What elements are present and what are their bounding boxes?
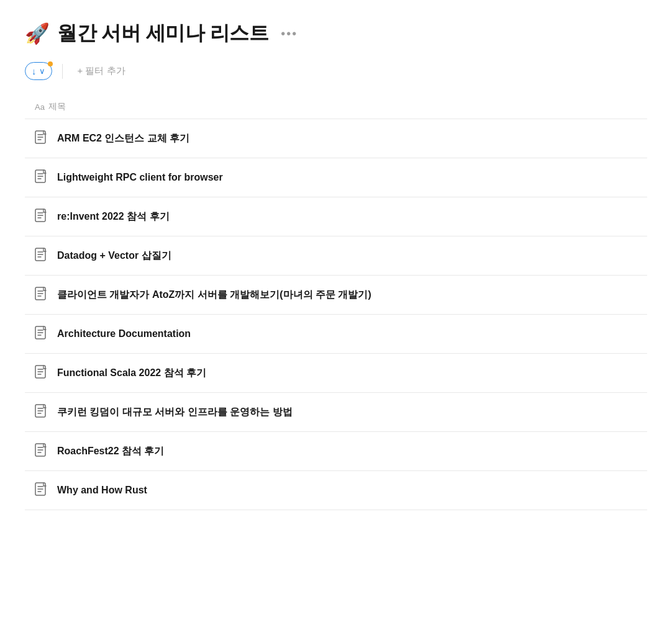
page-header: 🚀 월간 서버 세미나 리스트 ••• (25, 20, 647, 47)
sort-down-arrow-icon: ↓ (32, 66, 37, 76)
document-icon (35, 404, 48, 420)
item-title: Lightweight RPC client for browser (57, 171, 223, 184)
page-emoji: 🚀 (25, 22, 50, 45)
item-title: 쿠키런 킹덤이 대규모 서버와 인프라를 운영하는 방법 (57, 406, 293, 419)
list-item[interactable]: ARM EC2 인스턴스 교체 후기 (25, 119, 647, 158)
sort-button[interactable]: ↓ ∨ (25, 62, 52, 80)
list-item[interactable]: 클라이언트 개발자가 AtoZ까지 서버를 개발해보기(마녀의 주문 개발기) (25, 276, 647, 315)
document-icon (35, 209, 48, 225)
list-item[interactable]: RoachFest22 참석 후기 (25, 432, 647, 471)
more-options-icon[interactable]: ••• (276, 24, 302, 43)
list-item[interactable]: 쿠키런 킹덤이 대규모 서버와 인프라를 운영하는 방법 (25, 393, 647, 432)
list-item[interactable]: Datadog + Vector 삽질기 (25, 236, 647, 276)
page-title: 월간 서버 세미나 리스트 (57, 20, 268, 47)
list-item[interactable]: Functional Scala 2022 참석 후기 (25, 354, 647, 393)
list-item[interactable]: Architecture Documentation (25, 315, 647, 354)
title-column-icon: Aa (35, 102, 45, 112)
document-icon (35, 365, 48, 381)
document-icon (35, 482, 48, 498)
document-icon (35, 130, 48, 146)
item-title: Datadog + Vector 삽질기 (57, 249, 171, 263)
column-header: Aa 제목 (25, 97, 647, 119)
title-column-label: 제목 (48, 101, 66, 112)
item-title: Functional Scala 2022 참석 후기 (57, 367, 206, 380)
toolbar: ↓ ∨ + 필터 추가 (25, 62, 647, 80)
item-title: 클라이언트 개발자가 AtoZ까지 서버를 개발해보기(마녀의 주문 개발기) (57, 289, 371, 302)
list-item[interactable]: Lightweight RPC client for browser (25, 158, 647, 197)
list-item[interactable]: re:Invent 2022 참석 후기 (25, 197, 647, 236)
document-icon (35, 326, 48, 342)
list-item[interactable]: Why and How Rust (25, 471, 647, 510)
document-icon (35, 287, 48, 303)
document-icon (35, 443, 48, 459)
item-title: Architecture Documentation (57, 328, 191, 341)
document-icon (35, 248, 48, 264)
document-icon (35, 169, 48, 186)
item-title: ARM EC2 인스턴스 교체 후기 (57, 132, 189, 145)
sort-active-dot (48, 61, 53, 66)
add-filter-button[interactable]: + 필터 추가 (73, 63, 130, 79)
item-title: Why and How Rust (57, 484, 147, 497)
toolbar-divider (62, 64, 63, 79)
item-title: RoachFest22 참석 후기 (57, 445, 164, 458)
item-title: re:Invent 2022 참석 후기 (57, 210, 170, 223)
list-container: ARM EC2 인스턴스 교체 후기 Lightweight RPC clien… (25, 119, 647, 510)
sort-chevron-icon: ∨ (39, 66, 45, 76)
